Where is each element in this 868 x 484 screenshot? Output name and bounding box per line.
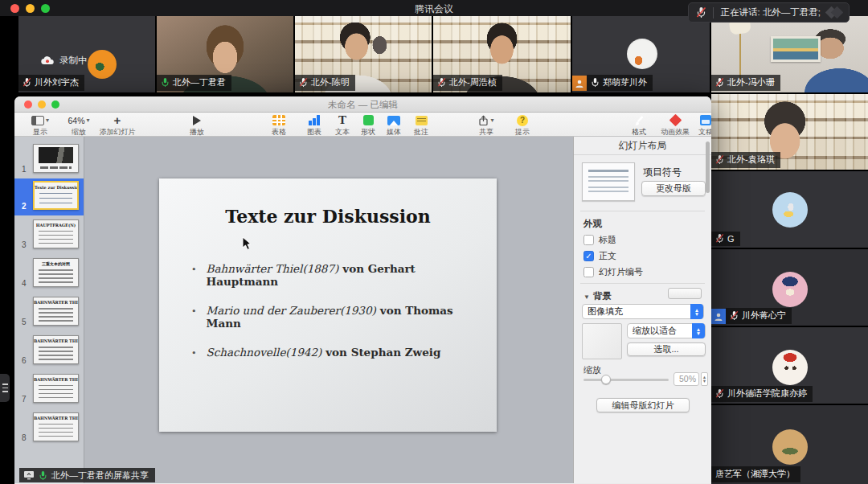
mic-active-icon [39,470,47,481]
video-tile-g[interactable]: G [711,171,868,248]
video-tile-yuanluoqi[interactable]: 北外-袁珞琪 [711,94,868,170]
video-tile-tangyijun[interactable]: 唐艺军（湘潭大学） [711,405,868,484]
select-stepper-icon: ▲▼ [692,323,705,338]
slide-thumb-6[interactable]: 6 BAHNWÄRTER THIEL [14,333,84,370]
participant-name-label: 北外-冯小珊 [711,75,780,91]
thumb-photo [39,147,73,163]
tips-button[interactable]: ? 提示 [503,113,542,137]
slide-thumb-1[interactable]: 1 [14,142,84,178]
slide-thumb-5[interactable]: 5 BAHNWÄRTER THIEL [14,294,84,331]
participant-name-label: 郑萌芽川外 [587,75,653,91]
document-button[interactable]: 文稿 [686,113,711,137]
participant-name-label: 北外-陈明 [295,75,355,91]
change-master-button[interactable]: 更改母版 [641,181,706,196]
keynote-titlebar: 未命名 — 已编辑 [14,96,711,113]
video-tile-fengxiaoshan[interactable]: 北外-冯小珊 [711,16,868,92]
video-tile-zhouhaozhen[interactable]: 北外-周浩桢 [433,16,571,92]
slide-canvas[interactable]: Texte zur Diskussion • Bahnwärter Thiel(… [84,137,573,483]
participant-name-label: G [711,232,740,246]
play-icon [193,116,201,125]
speaking-text: 正在讲话: 北外—丁君君; [720,6,821,18]
paintbrush-icon [633,115,645,126]
master-slide-name: 项目符号 [643,166,682,179]
question-icon: ? [517,115,528,126]
background-color-well[interactable] [668,288,702,299]
avatar [772,429,808,465]
mic-muted-icon [299,77,308,88]
screen-share-icon [23,470,35,480]
master-slide-thumbnail[interactable] [582,162,635,201]
participant-name-label: 川外刘宇杰 [18,75,84,91]
avatar [88,50,117,79]
inspector-header: 幻灯片布局 [574,137,711,155]
table-button[interactable]: 表格 [260,113,298,137]
view-icon [31,116,44,125]
inspector-scrollbar[interactable] [706,142,710,193]
participant-name-label: 北外-周浩桢 [433,75,502,91]
video-tile-dingjunjun[interactable]: 北外—丁君君 [157,16,293,92]
share-button[interactable]: ▾ 共享 [467,113,506,137]
zoom-stepper[interactable]: ▲▼ [701,372,708,386]
keynote-window: 未命名 — 已编辑 ▾ 显示 64%▾ 缩放 + 添加幻灯片 播放 表格 [14,96,711,484]
current-slide[interactable]: Texte zur Diskussion • Bahnwärter Thiel(… [159,178,497,432]
participant-name-label: 北外-袁珞琪 [711,152,780,168]
chart-icon [309,115,320,125]
fill-type-select[interactable]: 图像填充 ▲▼ [582,304,704,319]
mic-muted-icon [437,77,446,88]
mic-muted-icon [715,388,724,399]
mic-muted-icon [23,77,31,88]
diamond-icon [669,114,682,127]
zoom-value-field[interactable]: 50% [674,372,699,386]
slider-knob[interactable] [601,375,611,384]
slide-thumb-7[interactable]: 7 BAHNWÄRTER THIEL [14,371,84,408]
video-tile-jiangxinning[interactable]: 川外蒋心宁 [711,249,868,326]
zoom-dropdown[interactable]: 64%▾ 缩放 [59,113,98,137]
checkbox-body[interactable]: ✓ 正文 [583,250,616,262]
video-tile-chenming[interactable]: 北外-陈明 [295,16,432,92]
share-icon [478,115,489,126]
format-button[interactable]: 格式 [620,113,658,137]
sidebar-handle[interactable] [0,374,10,402]
shape-icon [363,115,374,125]
video-tile-kangyiting[interactable]: 川外德语学院康亦婷 [711,327,868,404]
avatar [772,272,808,307]
checkbox-icon[interactable] [583,267,594,277]
recording-indicator: 录制中 [41,55,88,67]
format-inspector: 幻灯片布局 项目符号 更改母版 外观 标题 ✓ 正文 幻 [573,137,711,483]
slide-thumb-4[interactable]: 4 三重文本的对照 [14,256,84,293]
mic-muted-icon [730,310,739,321]
checkbox-slide-number[interactable]: 幻灯片编号 [583,266,643,278]
view-button[interactable]: ▾ 显示 [21,113,59,137]
text-icon: T [338,113,346,127]
add-slide-button[interactable]: + 添加幻灯片 [98,113,137,137]
scale-mode-select[interactable]: 缩放以适合 ▲▼ [627,323,706,338]
slide-title: Texte zur Diskussion [159,206,497,227]
slide-thumb-2-selected[interactable]: 2 Texte zur Diskussion [14,178,84,215]
mic-muted-icon [715,77,724,88]
bullet-item: • Mario und der Zauberer(1930)von Thomas… [191,304,481,346]
member-badge-icon [711,309,726,324]
checkbox-title[interactable]: 标题 [583,234,616,246]
zoom-slider[interactable] [583,379,669,381]
document-title: 未命名 — 已编辑 [14,99,711,111]
checkbox-checked-icon[interactable]: ✓ [583,251,594,261]
screen-share-banner: 北外—丁君君的屏幕共享 [19,468,155,482]
slide-thumb-3[interactable]: 3 HAUPTFRAGE(N) [14,217,84,254]
video-tile-liuyujie[interactable]: 录制中 川外刘宇杰 [18,16,155,92]
zoom-label: 缩放 [583,364,601,376]
checkbox-icon[interactable] [583,235,594,245]
video-tile-zhengmengya[interactable]: 郑萌芽川外 [572,16,710,92]
play-button[interactable]: 播放 [178,113,216,137]
meeting-logo-icon [827,8,841,17]
member-badge-icon [572,76,587,91]
edit-master-button[interactable]: 编辑母版幻灯片 [596,398,690,412]
slide-thumb-8[interactable]: 8 BAHNWÄRTER THIEL [14,410,84,447]
background-section-label: ▼背景 [583,290,612,302]
media-icon [387,116,400,125]
comment-button[interactable]: 批注 [402,113,440,137]
participant-name-label: 北外—丁君君 [157,75,231,91]
choose-image-button[interactable]: 选取... [627,342,706,356]
background-image-well[interactable] [582,323,622,359]
keynote-toolbar: ▾ 显示 64%▾ 缩放 + 添加幻灯片 播放 表格 图表 [14,113,711,137]
participant-name-label: 川外德语学院康亦婷 [711,386,813,402]
